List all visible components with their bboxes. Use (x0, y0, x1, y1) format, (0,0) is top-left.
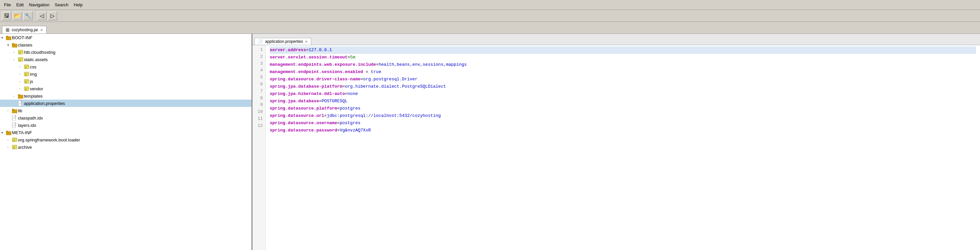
code-part: spring.datasource.driver-class-name (270, 76, 360, 83)
line-number-9: 9 (255, 101, 263, 109)
svg-text:⊞: ⊞ (19, 59, 21, 62)
back-button[interactable]: ◁ (37, 12, 46, 20)
tree-arrow-archive[interactable]: ◦ (7, 146, 12, 149)
code-part: = (363, 69, 371, 76)
tree-label-static-assets: static.assets (24, 57, 48, 62)
tree-label-vendor: vendor (30, 86, 43, 91)
tree-arrow-htb-cloudhosting[interactable]: ◦ (13, 51, 18, 54)
code-part: = (342, 83, 345, 90)
line-number-5: 5 (255, 74, 263, 81)
line-number-7: 7 (255, 88, 263, 95)
tree-node-templates[interactable]: ◦templates (0, 92, 251, 100)
tree-node-static-assets[interactable]: ◦⊞static.assets (0, 56, 251, 63)
folder-icon-templates (18, 93, 24, 99)
tree-node-js[interactable]: ◦⊞js (0, 78, 251, 85)
svg-text:⊞: ⊞ (25, 81, 27, 83)
tree-arrow-org-springframework-loader[interactable]: ◦ (7, 138, 12, 142)
code-line-11: spring.datasource.username=postgres (270, 120, 976, 127)
editor-tab-properties[interactable]: 📄 application.properties ✕ (255, 38, 311, 45)
code-part: true (371, 69, 381, 76)
tree-node-org-springframework-loader[interactable]: ◦⊞org.springframework.boot.loader (0, 136, 251, 143)
code-part: Vg&nvzAQ7XxR (340, 127, 371, 134)
toolbar: 🖫 📂 🔧 ◁ ▷ (0, 10, 980, 22)
tree-arrow-classes[interactable]: ▾ (7, 43, 12, 47)
code-line-10: spring.datasource.url=jdbc:postgresql://… (270, 112, 976, 120)
code-part: spring.datasource.url (270, 112, 324, 120)
tree-arrow-templates[interactable]: ◦ (13, 94, 18, 98)
tree-arrow-static-assets[interactable]: ◦ (13, 58, 18, 62)
line-number-8: 8 (255, 95, 263, 102)
editor-tab-bar: 📄 application.properties ✕ (253, 34, 980, 45)
tree-label-classes: classes (18, 43, 32, 47)
code-part: = (376, 62, 379, 68)
code-part: = (337, 105, 340, 112)
tree-node-classpath-idx[interactable]: classpath.idx (0, 114, 251, 122)
tree-arrow-meta-inf[interactable]: ▾ (1, 131, 6, 134)
tree-node-meta-inf[interactable]: ▾META-INF (0, 129, 251, 136)
tools-button[interactable]: 🔧 (23, 12, 33, 20)
package-icon-img: ⊞ (24, 72, 30, 77)
menu-edit[interactable]: Edit (14, 2, 26, 8)
code-part: spring.datasource.platform (270, 105, 337, 112)
svg-text:⊞: ⊞ (13, 147, 15, 149)
main-content: ▾BOOT-INF▾classes◦⊞htb.cloudhosting◦⊞sta… (0, 34, 980, 250)
tree-node-application-properties[interactable]: application.properties (0, 100, 251, 107)
tree-label-org-springframework-loader: org.springframework.boot.loader (18, 138, 80, 142)
tree-arrow-css[interactable]: ◦ (19, 65, 24, 69)
menu-search[interactable]: Search (52, 2, 71, 8)
svg-text:⊞: ⊞ (13, 139, 15, 142)
tree-node-archive[interactable]: ◦⊞archive (0, 143, 251, 151)
tree-label-htb-cloudhosting: htb.cloudhosting (24, 50, 56, 55)
code-part: POSTGRESQL (321, 98, 347, 105)
tree-arrow-vendor[interactable]: ◦ (19, 87, 24, 91)
tree-label-meta-inf: META-INF (12, 130, 32, 135)
tree-arrow-js[interactable]: ◦ (19, 80, 24, 83)
tree-label-templates: templates (24, 93, 43, 99)
code-line-1: server.address=127.0.0.1 (270, 46, 976, 54)
jar-tab-close[interactable]: ✕ (40, 28, 43, 32)
code-part: spring.jpa.database-platform (270, 83, 342, 90)
code-part: = (324, 112, 327, 120)
code-part: org.hibernate.dialect.PostgreSQLDialect (345, 83, 446, 90)
tree-arrow-boot-inf[interactable]: ▾ (1, 36, 6, 40)
jar-tab[interactable]: ⊞ cozyhosting.jar ✕ (2, 26, 46, 33)
editor-panel: 📄 application.properties ✕ 1234567891011… (253, 34, 980, 250)
new-button[interactable]: 🖫 (2, 12, 11, 20)
menu-help[interactable]: Help (71, 2, 85, 8)
line-number-1: 1 (255, 46, 263, 54)
tree-node-htb-cloudhosting[interactable]: ◦⊞htb.cloudhosting (0, 49, 251, 56)
line-number-4: 4 (255, 67, 263, 74)
code-part: 127.0.0.1 (309, 47, 332, 54)
code-part: spring.datasource.username (270, 120, 337, 127)
editor-tab-close[interactable]: ✕ (305, 40, 308, 43)
code-part: = (345, 91, 347, 98)
menu-navigation[interactable]: Navigation (26, 2, 52, 8)
tree-arrow-lib[interactable]: ◦ (7, 109, 12, 112)
tree-node-css[interactable]: ◦⊞css (0, 63, 251, 70)
line-number-11: 11 (255, 116, 263, 122)
tree-node-img[interactable]: ◦⊞img (0, 70, 251, 78)
package-icon-css: ⊞ (24, 65, 30, 70)
code-line-6: spring.jpa.database-platform=org.hiberna… (270, 83, 976, 90)
tree-arrow-img[interactable]: ◦ (19, 72, 24, 76)
open-button[interactable]: 📂 (13, 12, 22, 20)
forward-button[interactable]: ▷ (48, 12, 57, 20)
tree-node-layers-idx[interactable]: layers.idx (0, 122, 251, 129)
code-line-9: spring.datasource.platform=postgres (270, 105, 976, 112)
file-icon-layers-idx (12, 122, 18, 128)
code-part: server.address (270, 47, 306, 54)
folder-icon-boot-inf (6, 35, 12, 40)
line-number-2: 2 (255, 54, 263, 60)
tree-node-vendor[interactable]: ◦⊞vendor (0, 85, 251, 92)
file-icon-application-properties (18, 101, 24, 106)
package-icon-htb-cloudhosting: ⊞ (18, 50, 24, 55)
svg-rect-26 (18, 94, 20, 95)
package-icon-vendor: ⊞ (24, 86, 30, 91)
tree-node-classes[interactable]: ▾classes (0, 41, 251, 49)
tree-node-lib[interactable]: ◦lib (0, 107, 251, 114)
code-line-12: spring.datasource.password=Vg&nvzAQ7XxR (270, 127, 976, 134)
tree-node-boot-inf[interactable]: ▾BOOT-INF (0, 34, 251, 41)
code-line-2: server.servlet.session.timeout=5m (270, 54, 976, 61)
package-icon-static-assets: ⊞ (18, 57, 24, 62)
menu-file[interactable]: File (1, 2, 14, 8)
